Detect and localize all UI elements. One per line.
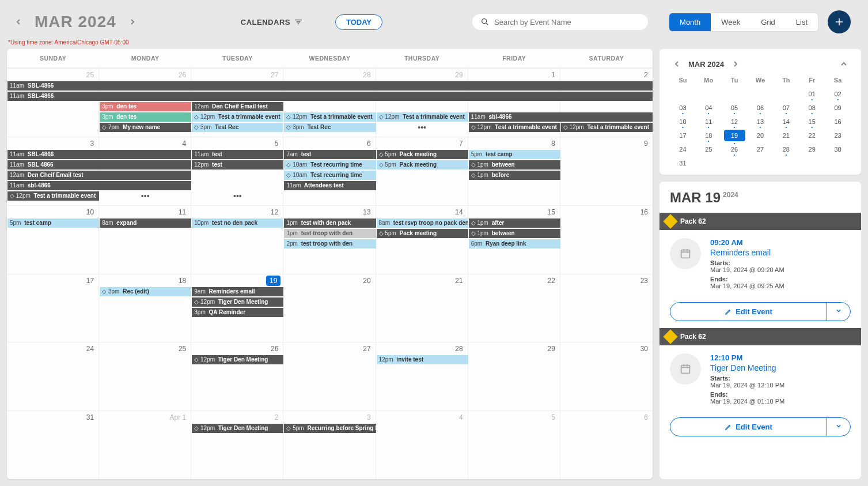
day-cell[interactable]: 6 (560, 411, 653, 479)
calendar-event[interactable]: 3pm QA Reminder (191, 308, 283, 317)
search-box[interactable] (472, 14, 648, 30)
view-tab-week[interactable]: Week (711, 13, 751, 31)
calendar-event[interactable]: 11am SBL-4866 (7, 150, 191, 159)
calendar-event[interactable]: 5pm test camp (468, 150, 560, 159)
calendar-event[interactable]: 11am SBL 4866 (7, 160, 191, 169)
view-tab-month[interactable]: Month (669, 13, 711, 31)
mini-day[interactable]: 01 (799, 91, 825, 97)
calendar-event[interactable]: ◇ 12pm Test a trimmable event (560, 123, 653, 132)
mini-day[interactable]: 09 (825, 104, 851, 111)
edit-event-button[interactable]: Edit Event (670, 418, 827, 436)
calendar-event[interactable]: 1pm test troop with den (283, 229, 376, 238)
mini-day[interactable]: 08 (799, 104, 825, 111)
add-event-button[interactable] (828, 10, 851, 33)
calendar-event[interactable]: ◇ 5pm Pack meeting (376, 229, 468, 238)
next-month-button[interactable] (126, 15, 139, 29)
calendar-event[interactable]: ◇ 12pm Test a trimmable event (376, 112, 468, 122)
calendar-event[interactable]: 8am expand (99, 218, 191, 228)
calendar-event[interactable]: 10pm test no den pack (191, 218, 283, 228)
mini-day[interactable]: 21 (773, 132, 799, 139)
mini-day[interactable]: 17 (670, 132, 696, 139)
edit-event-menu[interactable] (827, 303, 850, 321)
mini-day[interactable]: 23 (825, 132, 851, 139)
mini-day[interactable]: 05 (722, 104, 748, 111)
mini-day[interactable]: 18 (696, 132, 722, 139)
mini-day[interactable]: 16 (825, 118, 851, 125)
mini-day[interactable]: 24 (670, 146, 696, 153)
calendar-event[interactable]: ◇ 12pm Test a trimmable event (468, 123, 560, 132)
more-events-button[interactable]: ••• (376, 123, 468, 132)
prev-month-button[interactable] (12, 15, 25, 29)
day-cell[interactable]: 4 (376, 411, 468, 479)
mini-day[interactable]: 25 (696, 146, 722, 153)
event-card[interactable]: 12:10 PMTiger Den MeetingStarts:Mar 19, … (670, 345, 851, 413)
calendar-event[interactable]: ◇ 12pm Test a trimmable event (191, 112, 283, 122)
calendar-event[interactable]: ◇ 3pm Test Rec (283, 123, 376, 132)
calendar-event[interactable]: ◇ 12pm Tiger Den Meeting (191, 424, 283, 433)
calendar-event[interactable]: 3pm den tes (99, 102, 191, 111)
calendar-event[interactable]: 12am Den Cheif Email test (191, 102, 283, 111)
view-tab-list[interactable]: List (786, 13, 818, 31)
day-cell[interactable]: 24 (7, 342, 99, 410)
calendar-event[interactable]: 7am test (283, 150, 376, 159)
day-cell[interactable]: 28 (376, 342, 468, 410)
calendar-event[interactable]: ◇ 5pm Pack meeting (376, 150, 468, 159)
calendar-event[interactable]: 2pm test troop with den (283, 239, 376, 248)
mini-day[interactable]: 29 (799, 146, 825, 153)
day-cell[interactable]: 5 (468, 411, 560, 479)
mini-day[interactable]: 27 (748, 146, 774, 153)
edit-event-button[interactable]: Edit Event (670, 303, 827, 321)
day-cell[interactable]: 3 (283, 411, 376, 479)
mini-day[interactable]: 07 (773, 104, 799, 111)
calendar-event[interactable]: ◇ 3pm Rec (edit) (99, 287, 191, 296)
mini-day[interactable]: 06 (748, 104, 774, 111)
mini-day[interactable]: 30 (825, 146, 851, 153)
calendar-event[interactable]: ◇ 1pm before (468, 171, 560, 180)
day-cell[interactable]: 2 (191, 411, 283, 479)
calendar-event[interactable]: ◇ 12pm Tiger Den Meeting (191, 355, 283, 364)
calendar-event[interactable]: ◇ 10am Test recurring time (283, 171, 376, 180)
mini-prev-button[interactable] (670, 57, 684, 71)
mini-day[interactable]: 14 (773, 118, 799, 125)
calendar-event[interactable]: ◇ 12pm Test a trimmable event (283, 112, 376, 122)
calendar-event[interactable]: 12pm invite test (376, 355, 468, 364)
more-events-button[interactable]: ••• (191, 191, 283, 201)
day-cell[interactable]: 29 (468, 342, 560, 410)
mini-day[interactable]: 15 (799, 118, 825, 125)
calendar-event[interactable]: ◇ 5pm Recurring before Spring Forward af (283, 424, 376, 433)
today-button[interactable]: TODAY (335, 14, 382, 30)
day-cell[interactable]: 26 (191, 342, 283, 410)
mini-day[interactable]: 19 (724, 130, 745, 141)
calendar-event[interactable]: 11am SBL-4866 (7, 81, 653, 91)
mini-day[interactable]: 11 (696, 118, 722, 125)
calendars-filter-button[interactable]: CALENDARS (241, 17, 303, 27)
mini-day[interactable]: 26 (722, 146, 748, 153)
day-cell[interactable]: 31 (7, 411, 99, 479)
mini-day[interactable]: 02 (825, 91, 851, 97)
calendar-event[interactable]: 8am test rsvp troop no pack den (376, 218, 468, 228)
mini-day[interactable]: 20 (748, 132, 774, 139)
calendar-event[interactable]: 1pm test with den pack (283, 218, 376, 228)
calendar-event[interactable]: 11am sbl-4866 (7, 181, 191, 190)
edit-event-menu[interactable] (827, 418, 850, 436)
mini-day[interactable]: 22 (799, 132, 825, 139)
calendar-event[interactable]: ◇ 1pm between (468, 229, 560, 238)
day-cell[interactable]: 27 (283, 342, 376, 410)
more-events-button[interactable]: ••• (99, 191, 191, 201)
calendar-event[interactable]: ◇ 10am Test recurring time (283, 160, 376, 169)
mini-day[interactable]: 10 (670, 118, 696, 125)
day-cell[interactable]: Apr 1 (99, 411, 191, 479)
mini-day[interactable]: 03 (670, 104, 696, 111)
calendar-event[interactable]: 11am SBL-4866 (7, 92, 653, 101)
mini-day[interactable]: 31 (670, 160, 696, 167)
mini-day[interactable]: 28 (773, 146, 799, 153)
view-tab-grid[interactable]: Grid (751, 13, 786, 31)
calendar-event[interactable]: 3pm den tes (99, 112, 191, 122)
calendar-event[interactable]: 6pm Ryan deep link (468, 239, 560, 248)
day-cell[interactable]: 30 (560, 342, 653, 410)
calendar-event[interactable]: 12am Den Cheif Email test (7, 171, 191, 180)
calendar-event[interactable]: ◇ 12pm Tiger Den Meeting (191, 297, 283, 307)
mini-day[interactable]: 12 (722, 118, 748, 125)
calendar-event[interactable]: ◇ 3pm Test Rec (191, 123, 283, 132)
calendar-event[interactable]: 11am Attendees test (283, 181, 376, 190)
